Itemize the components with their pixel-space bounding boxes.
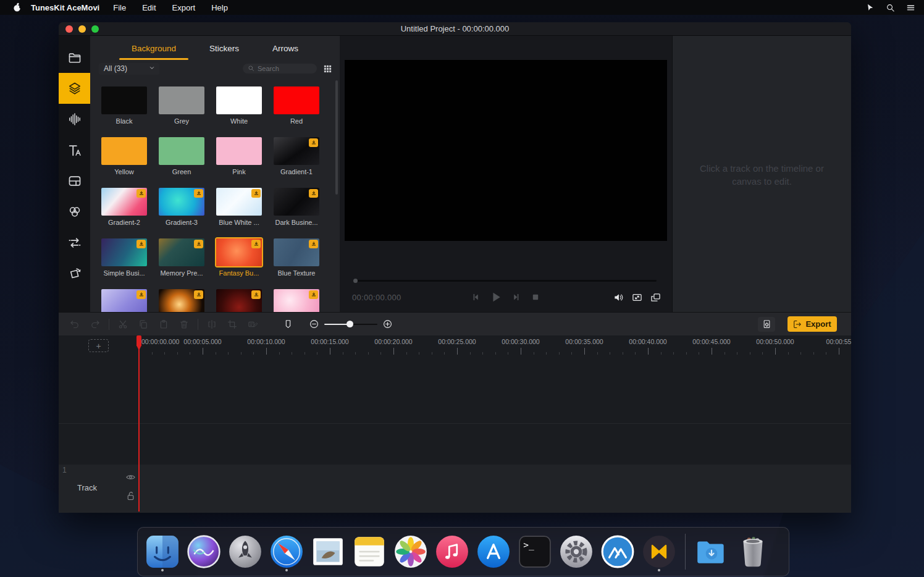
elements-background-icon[interactable] [59,73,90,104]
dock-app-mail[interactable] [309,532,346,571]
background-thumbnail[interactable] [274,86,319,114]
apple-menu-icon[interactable] [12,2,22,12]
search-box[interactable] [243,64,317,74]
transitions-icon[interactable] [59,227,90,258]
background-item[interactable]: Green [159,137,204,176]
background-item[interactable]: Grey [159,86,204,125]
dock-app-downloads-folder[interactable] [693,532,730,571]
background-item[interactable] [216,289,262,312]
dock-app-notes[interactable] [351,532,388,571]
step-forward-button[interactable] [511,292,521,302]
background-item[interactable] [101,289,147,312]
background-item[interactable]: Blue Texture [274,238,319,277]
tab-background[interactable]: Background [129,38,178,59]
background-thumbnail[interactable] [101,238,147,266]
dock-app-siri[interactable] [185,532,222,571]
background-item[interactable]: Dark Busine... [274,188,319,227]
project-settings-button[interactable] [758,317,775,332]
background-thumbnail[interactable] [274,137,319,165]
background-item[interactable]: Pink [216,137,262,176]
background-item[interactable]: Yellow [101,137,147,176]
zoom-in-icon[interactable] [383,319,392,329]
background-thumbnail[interactable] [159,86,204,114]
background-thumbnail[interactable] [274,188,319,216]
background-thumbnail[interactable] [216,188,262,216]
category-dropdown[interactable]: All (33) [99,63,159,75]
search-input[interactable] [258,65,309,72]
zoom-slider[interactable] [324,321,377,327]
media-folder-icon[interactable] [59,42,90,73]
seek-bar[interactable] [354,280,657,282]
dock-app-photos[interactable] [392,532,429,571]
grid-view-icon[interactable] [323,64,332,74]
background-thumbnail[interactable] [159,137,204,165]
panel-scrollbar[interactable] [335,80,338,195]
dock-app-trash[interactable] [734,532,771,571]
pip-preview-icon[interactable] [650,292,661,303]
background-thumbnail[interactable] [216,289,262,312]
playhead[interactable] [138,335,140,512]
background-thumbnail[interactable] [216,238,262,266]
background-item[interactable]: Simple Busi... [101,238,147,277]
background-item[interactable]: Gradient-2 [101,188,147,227]
export-button[interactable]: Export [788,316,837,332]
background-item[interactable]: Blue White ... [216,188,262,227]
track-visibility-icon[interactable] [125,472,136,485]
spotlight-search-icon[interactable] [886,3,895,12]
stop-button[interactable] [531,292,540,302]
filters-icon[interactable] [59,196,90,227]
background-thumbnail[interactable] [101,137,147,165]
dock-app-launchpad[interactable] [227,532,264,571]
text-icon[interactable] [59,135,90,166]
menu-item-export[interactable]: Export [172,3,196,12]
background-thumbnail[interactable] [274,238,319,266]
fit-screen-icon[interactable] [632,292,642,303]
background-item[interactable] [274,289,319,312]
dock-app-finder[interactable] [144,532,181,571]
menu-item-file[interactable]: File [113,3,126,12]
audio-icon[interactable] [59,104,90,135]
playhead-handle[interactable] [136,335,141,350]
timeline[interactable]: + 1 Track 00:00:00.00000:00:05.00000:00:… [59,335,851,513]
background-thumbnail[interactable] [216,86,262,114]
zoom-out-icon[interactable] [309,319,319,329]
menu-item-help[interactable]: Help [211,3,228,12]
background-item[interactable]: Fantasy Bu... [216,238,262,277]
menu-item-edit[interactable]: Edit [142,3,156,12]
dock-app-app-store[interactable] [475,532,512,571]
background-thumbnail[interactable] [159,289,204,312]
background-item[interactable]: Memory Pre... [159,238,204,277]
dock-app-system-preferences[interactable] [558,532,595,571]
tab-arrows[interactable]: Arrows [270,38,301,59]
dock-app-terminal[interactable]: >_ [516,532,553,571]
tab-stickers[interactable]: Stickers [207,38,242,59]
preview-canvas[interactable] [345,60,667,241]
background-thumbnail[interactable] [216,137,262,165]
background-item[interactable]: Gradient-3 [159,188,204,227]
background-thumbnail[interactable] [101,188,147,216]
background-thumbnail[interactable] [159,188,204,216]
app-menu-title[interactable]: TunesKit AceMovi [31,3,99,12]
background-item[interactable]: Red [274,86,319,125]
pointer-icon[interactable] [865,3,875,12]
notification-center-icon[interactable] [906,3,915,12]
background-item[interactable]: Gradient-1 [274,137,319,176]
track-lock-icon[interactable] [125,491,136,503]
dock-app-acemovi[interactable] [640,532,678,571]
dock-app-app-cleaner[interactable] [599,532,636,571]
background-item[interactable] [159,289,204,312]
background-thumbnail[interactable] [159,238,204,266]
background-item[interactable]: Black [101,86,147,125]
split-screen-icon[interactable] [59,166,90,196]
dock-app-safari[interactable] [268,532,305,571]
background-thumbnail[interactable] [274,289,319,312]
dock-app-itunes[interactable] [434,532,471,571]
step-back-button[interactable] [471,292,481,302]
marker-icon[interactable] [283,319,293,329]
add-track-button[interactable]: + [88,339,109,352]
zoom-slider-thumb[interactable] [346,321,353,327]
seek-handle[interactable] [353,279,358,283]
track-row[interactable]: 1 Track [59,465,851,513]
rotate-crop-icon[interactable] [59,258,90,289]
background-thumbnail[interactable] [101,289,147,312]
